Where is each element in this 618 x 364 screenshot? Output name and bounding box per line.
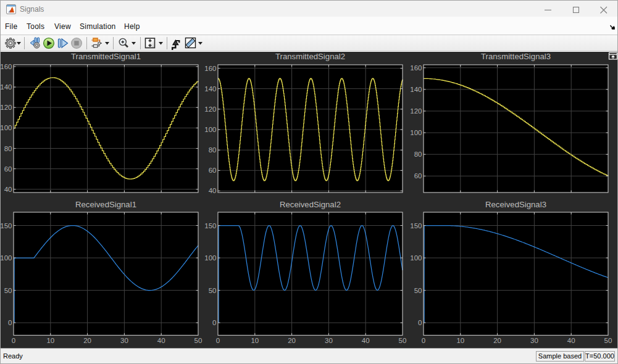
svg-text:60: 60 <box>4 165 12 173</box>
svg-text:100: 100 <box>0 254 12 262</box>
svg-text:10: 10 <box>456 337 464 344</box>
svg-text:40: 40 <box>209 187 217 194</box>
svg-text:100: 100 <box>204 254 216 262</box>
svg-text:30: 30 <box>120 337 128 344</box>
svg-text:TransmittedSignal3: TransmittedSignal3 <box>481 52 551 61</box>
svg-text:40: 40 <box>157 337 165 344</box>
svg-text:ReceivedSignal2: ReceivedSignal2 <box>280 200 341 209</box>
svg-text:50: 50 <box>604 337 612 344</box>
svg-text:ReceivedSignal3: ReceivedSignal3 <box>485 200 546 209</box>
svg-text:150: 150 <box>204 222 216 230</box>
svg-text:0: 0 <box>212 319 216 326</box>
svg-text:140: 140 <box>410 86 422 93</box>
svg-text:80: 80 <box>4 145 12 152</box>
svg-text:150: 150 <box>0 222 12 230</box>
svg-text:0: 0 <box>12 337 15 344</box>
svg-text:10: 10 <box>46 337 54 344</box>
svg-text:80: 80 <box>209 146 217 154</box>
svg-text:140: 140 <box>0 83 12 91</box>
svg-text:160: 160 <box>204 65 216 72</box>
svg-text:40: 40 <box>362 337 370 344</box>
svg-text:30: 30 <box>530 337 538 344</box>
svg-text:10: 10 <box>251 337 259 344</box>
svg-text:50: 50 <box>194 337 203 344</box>
svg-text:TransmittedSignal1: TransmittedSignal1 <box>71 52 141 61</box>
svg-text:0: 0 <box>8 319 12 326</box>
svg-text:160: 160 <box>0 63 12 70</box>
svg-text:120: 120 <box>204 105 216 113</box>
svg-text:100: 100 <box>0 124 12 131</box>
svg-text:20: 20 <box>493 337 501 344</box>
svg-text:40: 40 <box>4 186 12 193</box>
svg-text:20: 20 <box>83 337 91 344</box>
svg-text:50: 50 <box>209 287 217 294</box>
svg-text:TransmittedSignal2: TransmittedSignal2 <box>275 52 345 61</box>
svg-text:50: 50 <box>399 337 407 344</box>
svg-text:40: 40 <box>567 337 575 344</box>
svg-text:30: 30 <box>325 337 333 344</box>
svg-text:20: 20 <box>288 337 296 344</box>
svg-text:0: 0 <box>216 337 220 344</box>
svg-text:60: 60 <box>414 172 422 180</box>
svg-text:60: 60 <box>209 167 217 174</box>
svg-text:80: 80 <box>414 151 422 158</box>
svg-text:100: 100 <box>410 129 422 136</box>
svg-text:0: 0 <box>418 319 422 326</box>
svg-text:140: 140 <box>204 85 216 93</box>
svg-text:100: 100 <box>204 126 216 133</box>
svg-text:150: 150 <box>410 222 422 230</box>
svg-text:0: 0 <box>422 337 425 344</box>
svg-text:120: 120 <box>0 104 12 111</box>
svg-text:120: 120 <box>410 107 422 115</box>
svg-text:160: 160 <box>410 64 422 72</box>
svg-text:100: 100 <box>410 254 422 262</box>
svg-text:ReceivedSignal1: ReceivedSignal1 <box>75 200 136 209</box>
svg-text:50: 50 <box>4 287 12 294</box>
svg-text:50: 50 <box>414 287 422 294</box>
